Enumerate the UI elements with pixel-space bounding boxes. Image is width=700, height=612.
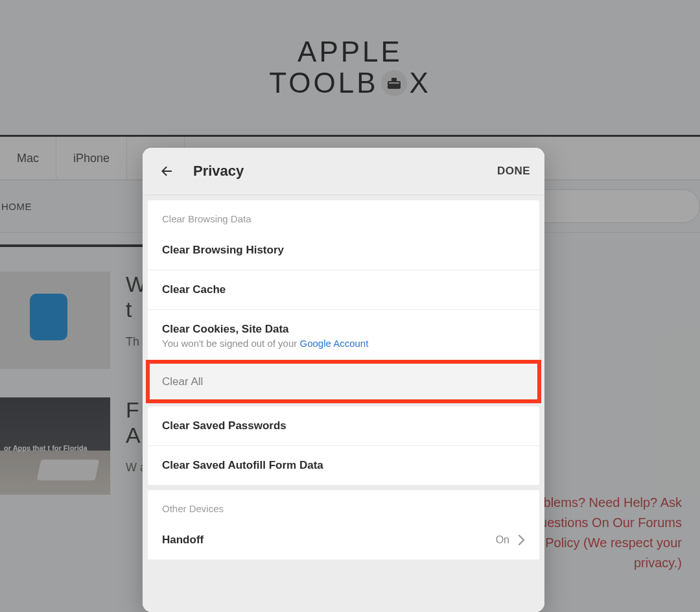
row-subtext: You won't be signed out of your Google A… xyxy=(162,338,368,349)
row-clear-cookies[interactable]: Clear Cookies, Site Data You won't be si… xyxy=(148,309,539,362)
row-clear-cache[interactable]: Clear Cache xyxy=(148,270,539,309)
row-label: Clear Cookies, Site Data xyxy=(162,323,368,336)
row-label: Clear Cache xyxy=(162,283,226,296)
row-clear-autofill[interactable]: Clear Saved Autofill Form Data xyxy=(148,445,539,485)
section-clear-saved: Clear Saved Passwords Clear Saved Autofi… xyxy=(148,406,539,485)
row-value: On xyxy=(496,534,525,546)
row-label: Handoff xyxy=(162,534,204,547)
row-clear-history[interactable]: Clear Browsing History xyxy=(148,231,539,270)
back-button[interactable] xyxy=(157,161,176,181)
done-button[interactable]: DONE xyxy=(497,165,530,178)
chevron-right-icon xyxy=(519,535,525,545)
row-label: Clear Saved Passwords xyxy=(162,419,286,432)
section-clear-browsing: Clear Browsing Data Clear Browsing Histo… xyxy=(148,200,539,401)
row-clear-all[interactable]: Clear All xyxy=(148,362,539,401)
modal-title: Privacy xyxy=(193,163,497,180)
section-head-other: Other Devices xyxy=(148,490,539,521)
row-handoff[interactable]: Handoff On xyxy=(148,521,539,559)
section-head-clear: Clear Browsing Data xyxy=(148,200,539,231)
modal-header: Privacy DONE xyxy=(143,148,544,195)
row-label: Clear Browsing History xyxy=(162,244,284,257)
row-label: Clear All xyxy=(162,375,203,388)
arrow-left-icon xyxy=(159,163,174,179)
google-account-link[interactable]: Google Account xyxy=(299,338,368,349)
privacy-modal: Privacy DONE Clear Browsing Data Clear B… xyxy=(143,148,544,612)
modal-body: Clear Browsing Data Clear Browsing Histo… xyxy=(143,195,544,612)
section-other-devices: Other Devices Handoff On xyxy=(148,490,539,559)
row-clear-passwords[interactable]: Clear Saved Passwords xyxy=(148,406,539,445)
row-label: Clear Saved Autofill Form Data xyxy=(162,459,323,472)
